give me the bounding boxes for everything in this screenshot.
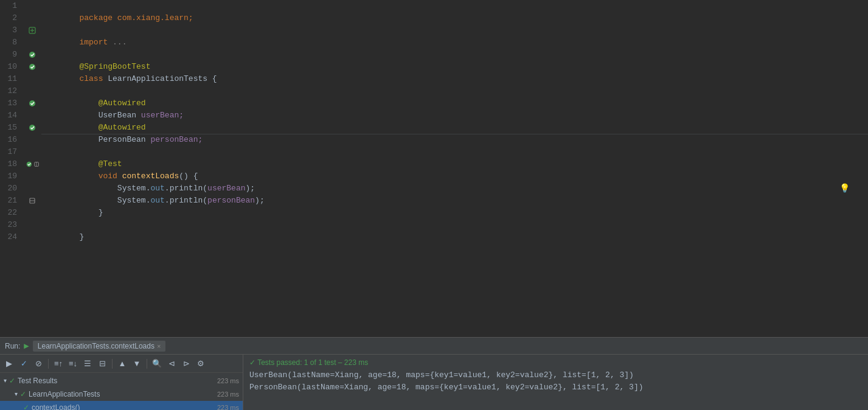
code-line-12: @Autowired — [41, 85, 868, 97]
line-num-15: 15 — [0, 122, 21, 134]
run-label: Run: — [5, 342, 20, 350]
test-class-time: 223 ms — [217, 387, 239, 401]
gutter-24 — [26, 231, 39, 243]
test-results-root[interactable]: ▾ ✓ Test Results 223 ms — [0, 374, 243, 387]
test-method-label: contextLoads() — [32, 401, 80, 410]
gutter-21 — [26, 195, 39, 207]
code-container: 1 2 3 8 9 10 11 12 13 14 15 16 17 18 19 … — [0, 0, 868, 337]
run-header: Run: ▶ LearnApplicationTests.contextLoad… — [0, 338, 868, 355]
toolbar-sep-2 — [112, 359, 113, 369]
test-method-item[interactable]: ✓ contextLoads() 223 ms — [0, 401, 243, 410]
line-num-13: 13 — [0, 97, 21, 109]
console-line-2: PersonBean(lastName=Xiang, age=18, maps=… — [249, 381, 862, 394]
up-button[interactable]: ▲ — [116, 357, 129, 370]
console-area: ✓ Tests passed: 1 of 1 test – 223 ms Use… — [243, 355, 868, 410]
gutter-19 — [26, 170, 39, 182]
gutter-22 — [26, 207, 39, 219]
test-results-label: Test Results — [18, 374, 57, 387]
gutter — [26, 0, 39, 337]
filter2-button[interactable]: ⊟ — [95, 357, 109, 370]
run-tab-label: LearnApplicationTests.contextLoads — [38, 342, 155, 350]
svg-point-6 — [29, 125, 35, 131]
test-results-area: ▾ ✓ Test Results 223 ms ▾ ✓ LearnApplica… — [0, 373, 243, 410]
root-check-icon: ✓ — [9, 374, 15, 387]
line-num-22: 22 — [0, 207, 21, 219]
line-num-1: 1 — [0, 0, 21, 12]
check-button[interactable]: ✓ — [17, 357, 30, 370]
gutter-3 — [26, 24, 39, 36]
lightbulb-icon: 💡 — [839, 182, 850, 195]
line-num-12: 12 — [0, 85, 21, 97]
skip-button[interactable]: ⊘ — [32, 357, 45, 370]
toolbar-row: ▶ ✓ ⊘ ≡↑ ≡↓ ☰ ⊟ ▲ ▼ 🔍 ⊲ ⊳ ⚙ — [0, 355, 243, 373]
settings-button[interactable]: ⚙ — [194, 357, 207, 370]
sort-desc-button[interactable]: ≡↓ — [66, 357, 80, 370]
test-class-label: LearnApplicationTests — [29, 387, 100, 401]
gutter-13 — [26, 97, 39, 109]
code-line-13: UserBean userBean; — [41, 97, 868, 109]
line-num-3: 3 — [0, 24, 21, 36]
gutter-9 — [26, 49, 39, 61]
line-num-23: 23 — [0, 219, 21, 231]
down-button[interactable]: ▼ — [130, 357, 144, 370]
line-numbers: 1 2 3 8 9 10 11 12 13 14 15 16 17 18 19 … — [0, 0, 26, 337]
gutter-2 — [26, 12, 39, 24]
gutter-17 — [26, 146, 39, 158]
code-line-17: @Test — [41, 146, 868, 158]
code-line-23: } — [41, 219, 868, 231]
code-line-1: package com.xiang.learn; — [41, 0, 868, 12]
run-tab[interactable]: LearnApplicationTests.contextLoads × — [33, 341, 166, 352]
play-button[interactable]: ▶ — [2, 357, 16, 370]
gutter-18 — [26, 158, 39, 170]
search-button[interactable]: 🔍 — [150, 357, 164, 370]
code-line-10: class LearnApplicationTests { — [41, 61, 868, 73]
code-line-24 — [41, 231, 868, 243]
line-num-11: 11 — [0, 73, 21, 85]
line-num-8: 8 — [0, 36, 21, 49]
console-line-1: UserBean(lastName=Xiang, age=18, maps={k… — [249, 369, 862, 381]
filter-button[interactable]: ☰ — [81, 357, 94, 370]
line-num-14: 14 — [0, 109, 21, 122]
code-line-18: void contextLoads() { 💡 — [41, 158, 868, 170]
code-line-8 — [41, 36, 868, 49]
method-check-icon: ✓ — [23, 401, 29, 410]
gutter-12 — [26, 85, 39, 97]
svg-point-3 — [29, 52, 35, 58]
code-line-9: @SpringBootTest — [41, 49, 868, 61]
line-num-24: 24 — [0, 231, 21, 243]
prev-fail-button[interactable]: ⊲ — [165, 357, 178, 370]
run-tab-close[interactable]: × — [157, 342, 161, 350]
gutter-14 — [26, 109, 39, 122]
code-line-22 — [41, 207, 868, 219]
toolbar-sep-1 — [48, 359, 49, 369]
line-num-18: 18 — [0, 158, 21, 170]
gutter-8 — [26, 36, 39, 49]
toolbar-sep-3 — [147, 359, 147, 369]
gutter-11 — [26, 73, 39, 85]
line-num-16: 16 — [0, 134, 21, 146]
line-num-19: 19 — [0, 170, 21, 182]
run-play-icon: ▶ — [24, 341, 29, 351]
svg-point-5 — [29, 100, 35, 106]
gutter-23 — [26, 219, 39, 231]
next-fail-button[interactable]: ⊳ — [179, 357, 193, 370]
line-num-10: 10 — [0, 61, 21, 73]
gutter-16 — [26, 134, 39, 146]
gutter-15 — [26, 122, 39, 134]
svg-point-7 — [27, 162, 32, 167]
test-class-item[interactable]: ▾ ✓ LearnApplicationTests 223 ms — [0, 387, 243, 401]
code-line-15: PersonBean personBean; — [41, 122, 868, 134]
test-sidebar: ▶ ✓ ⊘ ≡↑ ≡↓ ☰ ⊟ ▲ ▼ 🔍 ⊲ ⊳ ⚙ ▾ — [0, 355, 243, 410]
gutter-1 — [26, 0, 39, 12]
line-num-17: 17 — [0, 146, 21, 158]
test-method-time: 223 ms — [217, 401, 239, 410]
class-check-icon: ✓ — [20, 387, 26, 401]
console-status: ✓ Tests passed: 1 of 1 test – 223 ms — [249, 358, 862, 367]
sort-asc-button[interactable]: ≡↑ — [52, 357, 65, 370]
class-expand-icon: ▾ — [15, 387, 18, 401]
gutter-20 — [26, 182, 39, 195]
expand-icon: ▾ — [4, 374, 7, 387]
line-num-21: 21 — [0, 195, 21, 207]
code-lines: package com.xiang.learn; import ... @Spr… — [39, 0, 868, 337]
test-results-time: 223 ms — [217, 374, 239, 387]
